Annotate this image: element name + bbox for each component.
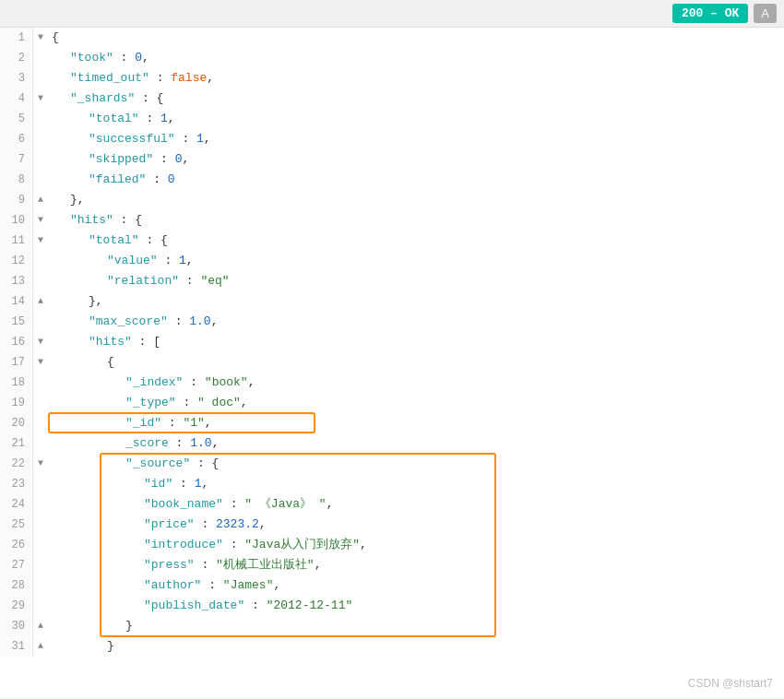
token-string-val: "James" [223,578,274,592]
code-line: 7 "skipped" : 0, [0,149,784,170]
token-number-val: 1 [160,112,168,125]
code-line: 27 "press" : "机械工业出版社", [0,555,784,575]
code-line: 13 "relation" : "eq" [0,271,784,291]
code-line: 10▼"hits" : { [0,210,784,231]
token-punct: : [179,274,200,288]
line-number: 16 [0,332,33,352]
token-punct: : [176,396,197,409]
line-number: 27 [0,555,33,575]
token-punct: : [113,51,135,65]
line-content: }, [48,190,784,210]
token-punct: } [107,639,114,653]
token-bool-val: false [171,71,207,85]
line-content: "book_name" : " 《Java》 ", [48,494,784,515]
code-line: 19 "_type" : " doc", [0,393,784,413]
line-content: { [48,352,784,373]
token-number-val: 1 [196,132,204,146]
token-key: "book_name" [144,497,223,511]
line-content: }, [48,291,784,312]
line-content: "publish_date" : "2012-12-11" [48,596,784,616]
token-punct: , [259,517,267,531]
token-punct: : [195,558,216,572]
line-content: "_shards" : { [48,89,784,109]
line-toggle[interactable]: ▼ [33,332,48,352]
code-line: 6 "successful" : 1, [0,129,784,149]
token-key: "price" [144,517,195,531]
line-content: "max_score" : 1.0, [48,312,784,332]
token-punct: : [172,477,194,491]
token-punct: : [183,375,204,389]
line-number: 9 [0,190,33,210]
line-toggle[interactable]: ▼ [33,352,48,373]
line-content: "total" : { [48,231,784,251]
token-punct: : [195,517,216,531]
line-toggle[interactable]: ▼ [33,454,48,474]
line-number: 10 [0,210,33,231]
line-number: 19 [0,393,33,413]
token-punct: : [161,416,183,430]
code-line: 12 "value" : 1, [0,251,784,271]
code-line: 28 "author" : "James", [0,575,784,596]
code-line: 30▲} [0,616,784,636]
line-number: 26 [0,535,33,555]
line-toggle[interactable]: ▼ [33,210,48,231]
code-line: 23 "id" : 1, [0,474,784,494]
line-number: 14 [0,291,33,312]
token-key: "timed_out" [70,71,149,85]
line-number: 31 [0,636,33,657]
token-string-val: "Java从入门到放弃" [244,538,360,551]
code-line: 4▼"_shards" : { [0,89,784,109]
line-content: "successful" : 1, [48,129,784,149]
line-content: "relation" : "eq" [48,271,784,291]
line-number: 5 [0,109,33,129]
token-key: "author" [144,578,201,592]
token-punct: : [149,71,171,85]
token-string-val: "机械工业出版社" [216,558,315,572]
token-key: "_type" [125,396,176,409]
token-punct: : { [190,456,219,470]
token-key: "total" [89,233,139,247]
code-line: 3 "timed_out" : false, [0,68,784,89]
line-content: "skipped" : 0, [48,149,784,170]
token-punct: }, [70,193,85,207]
line-number: 21 [0,433,33,454]
token-key: "skipped" [89,152,153,166]
token-string-val: " doc" [197,396,241,409]
code-line: 18 "_index" : "book", [0,373,784,393]
token-key: "_id" [125,416,161,430]
token-key: "successful" [89,132,175,146]
line-content: "_type" : " doc", [48,393,784,413]
token-punct: : [ [132,335,160,349]
line-number: 8 [0,170,33,190]
line-toggle[interactable]: ▲ [33,190,48,210]
token-punct: , [327,497,334,511]
line-toggle[interactable]: ▼ [33,231,48,251]
line-content: "value" : 1, [48,251,784,271]
code-line: 29 "publish_date" : "2012-12-11" [0,596,784,616]
line-content: "timed_out" : false, [48,68,784,89]
line-number: 7 [0,149,33,170]
token-punct: , [142,51,149,65]
line-content: "hits" : [ [48,332,784,352]
token-key: "relation" [107,274,179,288]
line-content: "press" : "机械工业出版社", [48,555,784,575]
line-toggle[interactable]: ▲ [33,636,48,657]
token-key: "introduce" [144,538,223,551]
token-punct: : { [139,233,168,247]
line-number: 18 [0,373,33,393]
token-punct: , [212,436,220,450]
token-key: "id" [144,477,172,491]
token-punct: , [360,538,367,551]
top-bar: 200 – OK A [0,0,784,28]
line-toggle[interactable]: ▲ [33,291,48,312]
code-line: 31▲} [0,636,784,657]
token-key: "failed" [89,172,146,186]
line-toggle[interactable]: ▲ [33,616,48,636]
expand-button[interactable]: A [754,4,777,23]
token-key: "total" [89,112,139,125]
line-number: 20 [0,413,33,433]
line-toggle[interactable]: ▼ [33,89,48,109]
token-punct: : [244,598,266,612]
line-toggle[interactable]: ▼ [33,28,48,48]
token-punct: : [139,112,160,125]
